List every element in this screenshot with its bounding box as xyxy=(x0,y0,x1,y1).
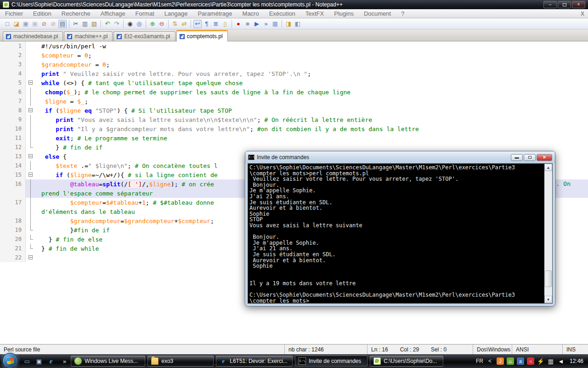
editor-line-11[interactable]: 11 exit; # Le programme se termine xyxy=(0,133,588,143)
minimize-button[interactable]: – xyxy=(543,1,557,8)
fold-margin[interactable] xyxy=(26,152,36,161)
paste-icon[interactable]: ▧ xyxy=(90,20,98,28)
volume-icon[interactable]: ◄ xyxy=(557,357,565,365)
tab-machine-pl[interactable]: machine++.pl xyxy=(64,31,113,41)
close-document-button[interactable]: X xyxy=(581,11,584,17)
editor-line-6[interactable]: 6 chomp($_); # le chomp permet de suppri… xyxy=(0,87,588,97)
save-icon[interactable]: ▣ xyxy=(22,20,30,28)
editor-line-5[interactable]: 5while (<>) { # tant que l'utilisateur t… xyxy=(0,78,588,87)
multi-play-macro-icon[interactable]: » xyxy=(262,20,270,28)
code-token: if xyxy=(56,172,63,178)
copy-icon[interactable]: ▥ xyxy=(81,20,89,28)
menu-plugins[interactable]: Plugins xyxy=(329,10,359,17)
editor-line-2[interactable]: 2$compteur = 0; xyxy=(0,51,588,60)
close-button[interactable]: × xyxy=(572,1,585,8)
cmd-maximize-button[interactable] xyxy=(524,154,536,161)
menu-edition[interactable]: Edition xyxy=(28,10,57,17)
fold-margin[interactable] xyxy=(26,78,36,87)
command-prompt-window[interactable]: C:\ Invite de commandes ▬ ✕ C:\Users\Sop… xyxy=(245,151,555,306)
doc-map-icon[interactable]: ▯ xyxy=(221,20,229,28)
restore-button[interactable] xyxy=(558,1,571,8)
zoom-out-icon[interactable]: ⊖ xyxy=(158,20,166,28)
language-indicator[interactable]: FR xyxy=(476,358,483,364)
messenger-status-icon[interactable]: ☺ xyxy=(507,357,514,365)
network-icon[interactable]: ▥ xyxy=(547,357,554,365)
fold-margin[interactable] xyxy=(26,253,36,262)
clock[interactable]: 12:46 xyxy=(570,358,583,364)
taskbar-button-windows-live-messenger[interactable]: Windows Live Mess... xyxy=(71,356,145,367)
close-all-icon[interactable]: ⊘ xyxy=(49,20,57,28)
new-file-icon[interactable]: □ xyxy=(3,20,11,28)
code-token: = xyxy=(99,181,102,188)
menu-paramtrage[interactable]: Paramétrage xyxy=(192,10,237,17)
menu-langage[interactable]: Langage xyxy=(159,10,193,17)
editor-line-10[interactable]: 10 print "Il y a $grandcompteur mots dan… xyxy=(0,124,588,133)
console-scrollbar[interactable]: ▲ ▼ xyxy=(544,164,552,303)
show-desktop-icon[interactable]: ▭ xyxy=(23,356,32,366)
save-macro-icon[interactable]: ▦ xyxy=(271,20,279,28)
save-all-icon[interactable]: ▣ xyxy=(31,20,39,28)
replace-icon[interactable]: ◎ xyxy=(135,20,143,28)
scroll-up-icon[interactable]: ▲ xyxy=(544,164,552,171)
tab-machinedebase-pl[interactable]: machinedebase.pl xyxy=(3,31,63,41)
stop-macro-icon[interactable]: ■ xyxy=(243,20,252,28)
menu-affichage[interactable]: Affichage xyxy=(96,10,130,17)
sync-scroll-h-icon[interactable]: ⇄ xyxy=(180,20,188,28)
undo-icon[interactable]: ↶ xyxy=(103,20,112,28)
menu-recherche[interactable]: Recherche xyxy=(57,10,96,17)
open-session-icon[interactable]: ◨ xyxy=(284,20,293,28)
indent-guide-icon[interactable]: ≣ xyxy=(212,20,220,28)
open-folder-icon[interactable]: ◪ xyxy=(12,20,21,28)
play-macro-icon[interactable]: ▶ xyxy=(253,20,261,28)
avast-icon[interactable]: a xyxy=(517,357,524,365)
tray-chevron-icon[interactable]: < xyxy=(488,358,492,364)
tab-et2-exo3amants-pl[interactable]: Et2-exo3amants.pl xyxy=(113,31,175,41)
find-icon[interactable]: ◉ xyxy=(126,20,134,28)
taskbar-button-notepad-plus-plus[interactable]: C:\Users\Sophie\Do... xyxy=(370,356,443,367)
fold-margin[interactable] xyxy=(26,170,36,179)
word-wrap-icon[interactable]: ↩ xyxy=(193,20,202,28)
antivirus-shield-icon[interactable]: ○ xyxy=(527,357,534,365)
editor-line-12[interactable]: 12 } # fin de if xyxy=(0,143,588,152)
menu-format[interactable]: Format xyxy=(130,10,159,17)
print-icon[interactable]: ▤ xyxy=(58,20,67,28)
editor-line-8[interactable]: 8 if ($ligne eq "STOP") { # Si l'utilisa… xyxy=(0,106,588,115)
menu-excution[interactable]: Exécution xyxy=(264,10,300,17)
window-switcher-icon[interactable]: ▣ xyxy=(34,356,44,366)
java-icon[interactable]: J xyxy=(497,357,504,365)
zoom-in-icon[interactable]: ⊕ xyxy=(148,20,157,28)
internet-explorer-icon[interactable]: e xyxy=(46,356,56,366)
power-plug-icon[interactable]: ⚡ xyxy=(537,357,544,365)
cmd-titlebar[interactable]: C:\ Invite de commandes ▬ ✕ xyxy=(245,151,555,163)
menu-?[interactable]: ? xyxy=(396,10,409,17)
sync-scroll-v-icon[interactable]: ⇅ xyxy=(171,20,179,28)
code-text: while (<>) { # tant que l'utilisateur ta… xyxy=(36,80,243,86)
editor-line-4[interactable]: 4print " Veuillez saisir votre lettre. P… xyxy=(0,69,588,78)
scroll-down-icon[interactable]: ▼ xyxy=(544,296,552,303)
scrollbar-thumb[interactable] xyxy=(545,270,552,287)
cut-icon[interactable]: ✂ xyxy=(72,20,80,28)
record-macro-icon[interactable]: ● xyxy=(234,20,243,28)
menu-document[interactable]: Document xyxy=(359,10,396,17)
editor-line-7[interactable]: 7 $ligne = $_; xyxy=(0,97,588,106)
taskbar-button-invite-de-commandes[interactable]: C:\Invite de commandes xyxy=(295,356,368,367)
redo-icon[interactable]: ↷ xyxy=(113,20,121,28)
start-button[interactable] xyxy=(2,353,18,368)
tab-comptemots-pl[interactable]: comptemots.pl xyxy=(176,30,228,41)
taskbar-button-ie-l6t51-devoir[interactable]: eL6T51: Devoir: Exerci... xyxy=(216,356,293,367)
show-all-chars-icon[interactable]: ¶ xyxy=(203,20,211,28)
editor-line-1[interactable]: 1#!/usr/bin/perl -w xyxy=(0,41,588,51)
cmd-minimize-button[interactable]: ▬ xyxy=(511,154,523,161)
menu-textfx[interactable]: TextFX xyxy=(300,10,329,17)
close-doc-icon[interactable]: ⊘ xyxy=(40,20,48,28)
cmd-close-button[interactable]: ✕ xyxy=(537,154,552,161)
fold-margin[interactable] xyxy=(26,106,36,115)
save-session-icon[interactable]: ◧ xyxy=(294,20,302,28)
editor-line-3[interactable]: 3$grandcompteur = 0; xyxy=(0,60,588,69)
editor-line-9[interactable]: 9 print "Vous avez saisi la lettre suiva… xyxy=(0,115,588,124)
menu-fichier[interactable]: Fichier xyxy=(0,10,28,17)
console-output[interactable]: C:\Users\Sophie\Documents\SciencesDuLang… xyxy=(248,163,553,304)
menu-macro[interactable]: Macro xyxy=(237,10,264,17)
taskbar-button-exo3-folder[interactable]: exo3 xyxy=(147,356,214,367)
quicklaunch-chevron-icon[interactable]: » xyxy=(63,358,66,365)
